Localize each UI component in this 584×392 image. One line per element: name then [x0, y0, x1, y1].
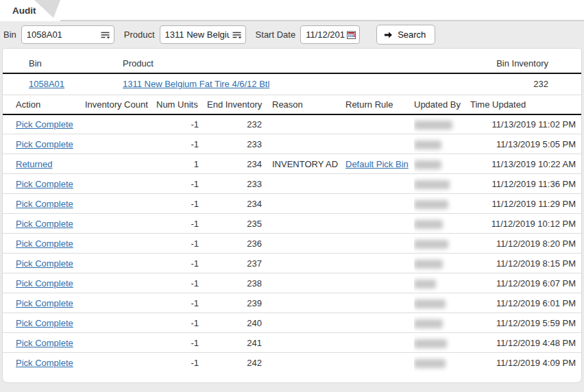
bin-input[interactable]: [27, 29, 98, 40]
action-link[interactable]: Pick Complete: [16, 278, 73, 289]
product-label: Product: [124, 29, 155, 40]
num-units-cell: -1: [156, 273, 200, 293]
end-inventory-cell: 234: [200, 154, 263, 174]
updated-by-redacted: [414, 339, 447, 348]
reason-cell: [263, 214, 340, 234]
reason-cell: [263, 293, 340, 313]
inventory-count-cell: [85, 313, 156, 333]
end-inventory-cell: 233: [200, 174, 263, 194]
product-link[interactable]: 1311 New Belgium Fat Tire 4/6/12 Btl: [123, 79, 269, 89]
bin-dropdown-icon[interactable]: [100, 31, 110, 39]
updated-by-redacted: [414, 160, 441, 169]
num-units-cell: -1: [156, 234, 200, 254]
audit-table-row: Pick Complete -1 240 11/12/2019 5:59 PM: [3, 313, 581, 333]
product-input[interactable]: [165, 29, 230, 40]
col-reason: Reason: [263, 95, 340, 114]
end-inventory-cell: 232: [200, 114, 263, 134]
bin-inventory-value: 232: [438, 73, 581, 95]
col-num-units: Num Units: [156, 95, 200, 114]
audit-table-row: Pick Complete -1 233 11/12/2019 11:36 PM: [3, 174, 581, 194]
num-units-cell: -1: [156, 114, 200, 134]
end-inventory-cell: 239: [200, 293, 263, 313]
inventory-count-cell: [85, 293, 156, 313]
col-updated-by: Updated By: [414, 95, 470, 114]
audit-table-row: Pick Complete -1 233 11/13/2019 5:05 PM: [3, 134, 581, 154]
tab-audit[interactable]: Audit: [0, 0, 60, 21]
reason-cell: [263, 194, 340, 214]
return-rule-link[interactable]: Default Pick Bin: [345, 159, 409, 169]
inventory-count-cell: [85, 114, 156, 134]
action-link[interactable]: Pick Complete: [16, 318, 73, 328]
bin-input-box: [21, 25, 114, 44]
end-inventory-cell: 242: [200, 353, 263, 373]
audit-table-row: Returned 1 234 INVENTORY AD Default Pick…: [3, 154, 581, 174]
end-inventory-cell: 235: [200, 214, 263, 234]
col-end-inventory: End Inventory: [200, 95, 263, 114]
action-link[interactable]: Pick Complete: [16, 238, 73, 249]
action-link[interactable]: Pick Complete: [16, 298, 73, 308]
action-link[interactable]: Pick Complete: [16, 219, 73, 229]
search-button-label: Search: [398, 29, 426, 40]
audit-log-table: Action Inventory Count Num Units End Inv…: [3, 95, 581, 373]
num-units-cell: -1: [156, 333, 200, 353]
action-link[interactable]: Pick Complete: [16, 199, 73, 209]
tab-audit-label: Audit: [12, 5, 36, 16]
inventory-count-cell: [85, 234, 156, 254]
reason-cell: [263, 333, 340, 353]
action-link[interactable]: Returned: [16, 159, 52, 169]
action-link[interactable]: Pick Complete: [16, 179, 73, 189]
audit-table-row: Pick Complete -1 237 11/12/2019 8:15 PM: [3, 254, 581, 273]
num-units-cell: -1: [156, 214, 200, 234]
summary-row: 1058A01 1311 New Belgium Fat Tire 4/6/12…: [3, 73, 581, 95]
reason-cell: [263, 114, 340, 134]
tab-edge-wedge: [34, 0, 60, 19]
audit-header-row: Action Inventory Count Num Units End Inv…: [3, 95, 581, 114]
reason-cell: INVENTORY AD: [263, 154, 340, 174]
audit-table-row: Pick Complete -1 232 11/13/2019 11:02 PM: [3, 114, 581, 134]
updated-by-redacted: [414, 140, 441, 149]
updated-by-redacted: [414, 319, 443, 328]
reason-cell: [263, 174, 340, 194]
bin-summary-table: Bin Product Bin Inventory 1058A01 1311 N…: [3, 54, 581, 95]
inventory-count-cell: [85, 194, 156, 214]
end-inventory-cell: 241: [200, 333, 263, 353]
reason-cell: [263, 313, 340, 333]
action-link[interactable]: Pick Complete: [16, 139, 73, 149]
product-dropdown-icon[interactable]: [232, 31, 242, 39]
updated-by-redacted: [414, 220, 443, 229]
inventory-count-cell: [85, 333, 156, 353]
start-date-input-box: [300, 25, 360, 44]
updated-by-redacted: [414, 121, 452, 130]
inventory-count-cell: [85, 254, 156, 273]
num-units-cell: -1: [156, 313, 200, 333]
audit-table-row: Pick Complete -1 238 11/12/2019 6:07 PM: [3, 273, 581, 293]
start-date-label: Start Date: [256, 29, 296, 40]
start-date-input[interactable]: [306, 29, 345, 40]
product-input-box: [160, 25, 246, 44]
action-link[interactable]: Pick Complete: [16, 358, 73, 368]
updated-by-redacted: [414, 299, 446, 308]
num-units-cell: -1: [156, 293, 200, 313]
results-card: Bin Product Bin Inventory 1058A01 1311 N…: [2, 48, 582, 383]
end-inventory-cell: 234: [200, 194, 263, 214]
time-updated-cell: 11/13/2019 10:22 AM: [470, 154, 581, 174]
calendar-icon[interactable]: [347, 31, 356, 39]
search-button[interactable]: Search: [376, 25, 435, 45]
updated-by-redacted: [414, 260, 443, 269]
time-updated-cell: 11/12/2019 10:12 PM: [470, 214, 581, 234]
action-link[interactable]: Pick Complete: [16, 258, 73, 269]
updated-by-redacted: [414, 200, 448, 209]
action-link[interactable]: Pick Complete: [16, 338, 73, 348]
col-time-updated: Time Updated: [470, 95, 581, 114]
bin-link[interactable]: 1058A01: [29, 79, 64, 89]
end-inventory-cell: 238: [200, 273, 263, 293]
updated-by-redacted: [414, 180, 450, 189]
col-return-rule: Return Rule: [340, 95, 414, 114]
num-units-cell: -1: [156, 353, 200, 373]
tab-bar: Audit: [0, 0, 584, 21]
audit-table-row: Pick Complete -1 242 11/12/2019 4:09 PM: [3, 353, 581, 373]
time-updated-cell: 11/12/2019 8:20 PM: [470, 234, 581, 254]
num-units-cell: -1: [156, 134, 200, 154]
action-link[interactable]: Pick Complete: [16, 119, 73, 130]
audit-table-row: Pick Complete -1 235 11/12/2019 10:12 PM: [3, 214, 581, 234]
